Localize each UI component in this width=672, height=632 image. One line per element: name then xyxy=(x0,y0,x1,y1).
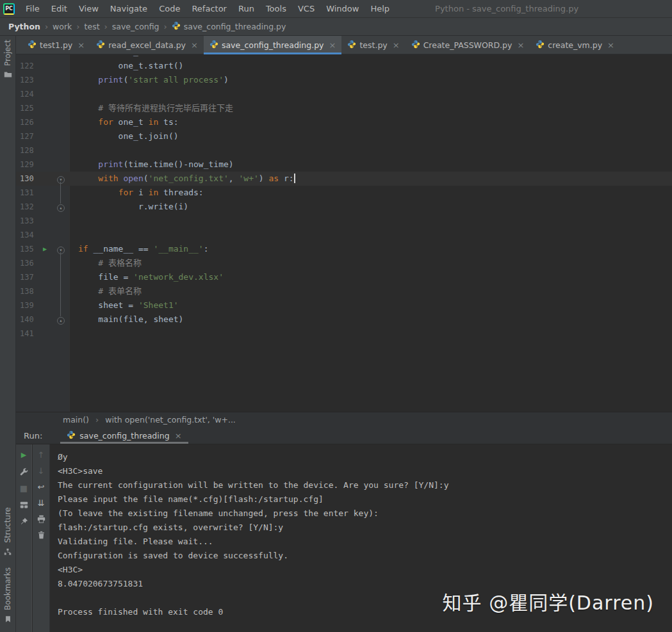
scroll-to-end-button[interactable]: ⇊ xyxy=(36,498,47,508)
tool-window-rail: Project StructureBookmarks xyxy=(0,36,16,632)
menu-vcs[interactable]: VCS xyxy=(292,0,320,18)
menu-navigate[interactable]: Navigate xyxy=(104,0,153,18)
fold-column xyxy=(52,327,70,341)
menu-refactor[interactable]: Refactor xyxy=(186,0,233,18)
code-editor[interactable]: 121 for one_t in ts:122 one_t.start()123… xyxy=(16,54,672,412)
pin-button[interactable] xyxy=(19,516,29,527)
restore-layout-button[interactable] xyxy=(19,499,29,510)
menu-code[interactable]: Code xyxy=(153,0,186,18)
run-tab-label: save_config_threading xyxy=(79,431,169,441)
run-line-icon[interactable]: ▶ xyxy=(38,242,52,256)
fold-open-icon[interactable]: ▾ xyxy=(52,242,70,256)
code-line[interactable]: 123 print('start all process') xyxy=(16,73,672,87)
close-icon[interactable]: × xyxy=(517,40,524,50)
project-icon xyxy=(4,69,12,81)
menu-help[interactable]: Help xyxy=(365,0,395,18)
editor-tab[interactable]: test.py× xyxy=(341,36,405,54)
close-icon[interactable]: × xyxy=(607,40,614,50)
status-breadcrumb-item[interactable]: main() xyxy=(63,415,89,425)
editor-tab[interactable]: read_excel_data.py× xyxy=(90,36,204,54)
fold-open-icon[interactable]: ▾ xyxy=(52,172,70,186)
breadcrumb-item[interactable]: work xyxy=(53,22,72,31)
code-line[interactable]: 126 for one_t in ts: xyxy=(16,115,672,129)
code-line[interactable]: 140▴ main(file, sheet) xyxy=(16,312,672,327)
menu-file[interactable]: File xyxy=(20,0,45,18)
line-number: 138 xyxy=(16,284,38,298)
settings-button[interactable] xyxy=(19,466,29,477)
token: one_t.join() xyxy=(78,131,179,141)
fold-marker[interactable]: ▾ xyxy=(57,247,65,254)
gutter-spacer xyxy=(38,143,52,158)
editor-tab[interactable]: create_vm.py× xyxy=(530,36,620,54)
close-icon[interactable]: × xyxy=(329,40,336,50)
code-line[interactable]: 128 xyxy=(16,143,672,158)
fold-marker[interactable]: ▾ xyxy=(57,176,65,184)
fold-guide-line xyxy=(60,252,61,316)
editor-tab[interactable]: save_config_threading.py× xyxy=(204,36,342,54)
token: print xyxy=(98,75,123,85)
code-line[interactable]: 141 xyxy=(16,327,672,341)
breadcrumb-file[interactable]: save_config_threading.py xyxy=(172,21,286,32)
code-line[interactable]: 121 for one_t in ts: xyxy=(16,54,672,59)
code-line[interactable]: 127 one_t.join() xyxy=(16,129,672,143)
fold-end-icon[interactable]: ▴ xyxy=(52,312,70,327)
token: in xyxy=(149,117,159,127)
up-stack-button[interactable]: ↑ xyxy=(36,450,47,460)
menu-window[interactable]: Window xyxy=(320,0,365,18)
code-line[interactable]: 130▾ with open('net_config.txt', 'w+') a… xyxy=(16,172,672,186)
print-button[interactable] xyxy=(36,514,47,524)
code-line[interactable]: 136 # 表格名称 xyxy=(16,256,672,270)
token: ) xyxy=(259,174,269,183)
code-line[interactable]: 139 sheet = 'Sheet1' xyxy=(16,298,672,312)
stop-button[interactable]: ■ xyxy=(19,483,29,494)
code-line[interactable]: 125 # 等待所有进程执行完毕后再往下走 xyxy=(16,101,672,115)
clear-all-button[interactable] xyxy=(36,530,47,540)
gutter-spacer xyxy=(38,298,52,312)
close-icon[interactable]: × xyxy=(78,40,85,50)
menu-edit[interactable]: Edit xyxy=(45,0,73,18)
menu-view[interactable]: View xyxy=(73,0,104,18)
code-line[interactable]: 133 xyxy=(16,214,672,228)
code-line[interactable]: 137 file = 'network_dev.xlsx' xyxy=(16,270,672,284)
rail-item-bookmarks[interactable]: Bookmarks xyxy=(3,567,12,626)
close-icon[interactable]: × xyxy=(175,431,182,441)
code-line[interactable]: 132▴ r.write(i) xyxy=(16,200,672,214)
breadcrumb-item[interactable]: Python xyxy=(8,22,40,31)
fold-column xyxy=(52,129,70,143)
code-line[interactable]: 138 # 表单名称 xyxy=(16,284,672,298)
code-line[interactable]: 135▶▾if __name__ == '__main__': xyxy=(16,242,672,256)
menu-tools[interactable]: Tools xyxy=(260,0,292,18)
fold-marker[interactable]: ▴ xyxy=(57,317,65,325)
code-text xyxy=(70,327,78,341)
close-icon[interactable]: × xyxy=(393,40,400,50)
token xyxy=(78,188,119,197)
gutter-spacer xyxy=(38,115,52,129)
breadcrumb-item[interactable]: test xyxy=(85,22,100,31)
structure-icon xyxy=(4,546,12,558)
rerun-button[interactable]: ▶ xyxy=(19,450,29,460)
rail-item-structure[interactable]: Structure xyxy=(3,507,12,558)
editor-tab[interactable]: Create_PASSWORD.py× xyxy=(406,36,530,54)
line-number: 140 xyxy=(16,312,38,327)
line-number: 130 xyxy=(16,172,38,186)
token: in xyxy=(149,54,159,56)
chevron-right-icon: › xyxy=(160,22,172,31)
tab-label: create_vm.py xyxy=(548,40,602,50)
soft-wrap-button[interactable]: ↩ xyxy=(36,482,47,492)
run-tab[interactable]: save_config_threading × xyxy=(60,427,188,444)
code-line[interactable]: 122 one_t.start() xyxy=(16,59,672,73)
rail-item-project[interactable]: Project xyxy=(3,40,12,81)
code-line[interactable]: 134 xyxy=(16,228,672,242)
down-stack-button[interactable]: ↓ xyxy=(36,466,47,476)
code-line[interactable]: 131 for i in threads: xyxy=(16,186,672,200)
code-line[interactable]: 124 xyxy=(16,87,672,101)
fold-marker[interactable]: ▴ xyxy=(57,204,65,212)
editor-tab[interactable]: test1.py× xyxy=(22,36,90,54)
fold-end-icon[interactable]: ▴ xyxy=(52,200,70,214)
status-breadcrumb-item[interactable]: with open('net_config.txt', 'w+... xyxy=(105,415,236,425)
close-icon[interactable]: × xyxy=(191,40,198,50)
breadcrumb-file-label: save_config_threading.py xyxy=(184,22,286,31)
menu-run[interactable]: Run xyxy=(233,0,260,18)
breadcrumb-item[interactable]: save_config xyxy=(112,22,160,31)
code-line[interactable]: 129 print(time.time()-now_time) xyxy=(16,158,672,172)
